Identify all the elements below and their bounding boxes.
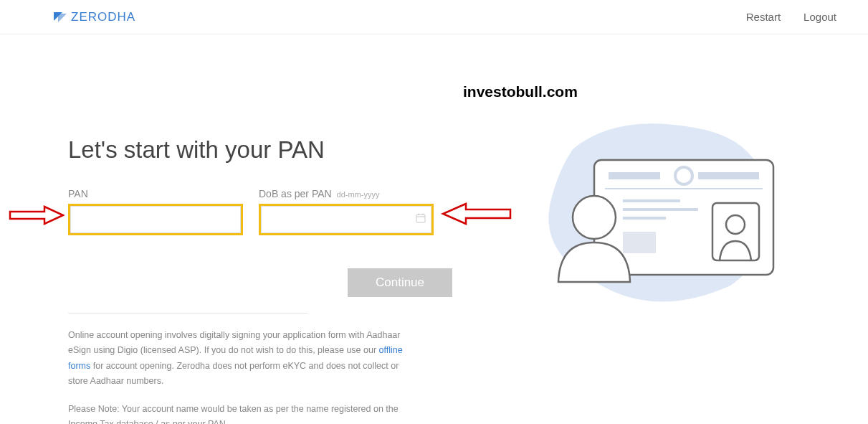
- svg-rect-11: [623, 217, 666, 220]
- svg-rect-0: [416, 215, 425, 222]
- restart-link[interactable]: Restart: [746, 11, 781, 23]
- divider: [68, 313, 308, 314]
- dob-input-highlight: [259, 204, 434, 235]
- dob-label: DoB as per PAN dd-mm-yyyy: [259, 188, 434, 199]
- logo[interactable]: ZERODHA: [54, 10, 135, 24]
- dob-input[interactable]: [261, 206, 431, 233]
- zerodha-logo-icon: [54, 12, 67, 22]
- info-text-a: Online account opening involves digitall…: [68, 330, 400, 355]
- info-text-b: for account opening. Zerodha does not pe…: [68, 361, 399, 386]
- dob-field-group: DoB as per PAN dd-mm-yyyy: [259, 188, 434, 235]
- svg-rect-9: [623, 199, 680, 202]
- header-nav: Restart Logout: [746, 11, 859, 23]
- svg-rect-7: [698, 172, 759, 179]
- svg-point-15: [573, 196, 616, 239]
- continue-button[interactable]: Continue: [348, 268, 452, 297]
- pan-label: PAN: [68, 188, 243, 199]
- svg-point-6: [675, 167, 692, 184]
- info-text: Online account opening involves digitall…: [68, 328, 405, 424]
- brand-text: ZERODHA: [71, 10, 135, 24]
- info-para-1: Online account opening involves digitall…: [68, 328, 405, 389]
- calendar-icon[interactable]: [416, 213, 426, 226]
- logout-link[interactable]: Logout: [803, 11, 836, 23]
- pan-input-highlight: [68, 204, 243, 235]
- svg-rect-12: [623, 232, 656, 253]
- svg-rect-13: [712, 203, 759, 260]
- svg-rect-5: [609, 172, 660, 179]
- pan-field-group: PAN: [68, 188, 243, 235]
- id-card-illustration: [530, 121, 802, 307]
- dob-label-hint: dd-mm-yyyy: [337, 190, 380, 199]
- header-bar: ZERODHA Restart Logout: [0, 0, 868, 34]
- svg-rect-10: [623, 208, 698, 211]
- pan-input[interactable]: [70, 206, 241, 233]
- dob-label-text: DoB as per PAN: [259, 188, 332, 199]
- info-para-2: Please Note: Your account name would be …: [68, 402, 405, 424]
